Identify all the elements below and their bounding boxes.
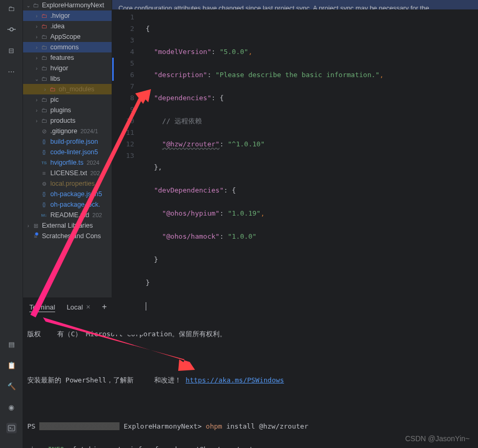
terminal-tab-local[interactable]: Local× [67,303,90,311]
commit-icon[interactable] [6,24,17,35]
tree-file[interactable]: build-profile.json [23,136,112,147]
tool2-icon[interactable]: 📋 [6,360,17,370]
run-icon[interactable]: ◉ [6,402,17,412]
tree-item[interactable]: features [23,52,112,63]
ps-link[interactable]: https://aka.ms/PSWindows [186,376,284,384]
tree-file[interactable]: code-linter.json5 [23,147,112,157]
tree-file[interactable]: local.properties [23,178,112,189]
tree-item[interactable]: oh_modules [23,84,112,94]
tree-file[interactable]: .gitignore2024/1 [23,126,112,136]
code-editor[interactable]: 12345678910111213 { "modelVersion": "5.0… [112,9,478,335]
scratches[interactable]: Scratches and Cons [23,231,112,241]
tree-item[interactable]: hvigor [23,63,112,73]
more-icon[interactable]: ⋯ [6,66,17,77]
close-icon[interactable]: × [86,303,90,311]
tree-file[interactable]: README.md202 [23,210,112,220]
build-icon[interactable]: 🔨 [6,381,17,391]
tool1-icon[interactable]: ▤ [6,339,17,349]
svg-rect-3 [8,425,14,431]
terminal-tab-main[interactable]: Terminal [29,303,55,311]
project-tree[interactable]: ExploreHarmonyNext .hvigor .idea AppScop… [23,0,112,297]
tree-item[interactable]: pic [23,94,112,105]
left-tool-strip: 🗀 ⊟ ⋯ ▤ 📋 🔨 ◉ [0,0,23,448]
tree-item[interactable]: products [23,115,112,126]
tree-item[interactable]: AppScope [23,31,112,42]
tree-file[interactable]: oh-package-lock. [23,199,112,210]
external-libs[interactable]: External Libraries [23,220,112,231]
tree-item[interactable]: .idea [23,21,112,31]
tree-file[interactable]: hvigorfile.ts2024 [23,157,112,168]
tree-item[interactable]: commons [23,42,112,52]
plus-icon[interactable]: + [102,302,106,312]
tree-item[interactable]: plugins [23,105,112,115]
project-root-row[interactable]: ExploreHarmonyNext [23,0,112,10]
line-numbers: 12345678910111213 [112,9,144,335]
terminal-icon[interactable] [6,423,17,433]
tree-file[interactable]: oh-package.json5 [23,189,112,199]
editor-panel: Core configuration attributes have chang… [112,0,478,297]
tree-file[interactable]: LICENSE.txt202 [23,168,112,178]
svg-point-0 [10,28,13,31]
structure-icon[interactable]: ⊟ [6,45,17,56]
tree-item[interactable]: .hvigor [23,10,112,21]
sync-notification[interactable]: Core configuration attributes have chang… [112,0,478,9]
tree-item[interactable]: libs [23,73,112,84]
code-content[interactable]: { "modelVersion": "5.0.0", "description"… [144,9,478,335]
watermark: CSDN @JasonYin~ [405,434,470,443]
folder-icon[interactable]: 🗀 [6,3,17,14]
